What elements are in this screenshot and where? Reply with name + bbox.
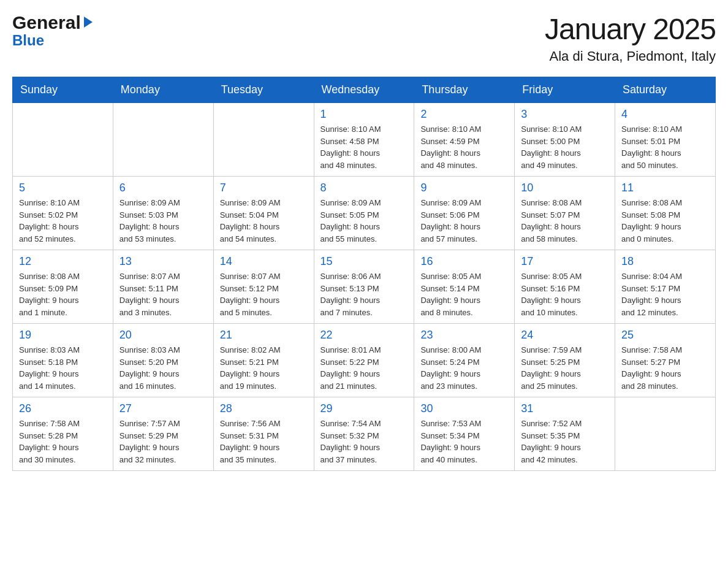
day-info: Sunrise: 8:10 AM Sunset: 4:58 PM Dayligh… [320,123,408,171]
day-number: 28 [220,402,308,415]
day-info: Sunrise: 8:09 AM Sunset: 5:05 PM Dayligh… [320,197,408,245]
day-number: 21 [220,329,308,342]
day-info: Sunrise: 8:05 AM Sunset: 5:14 PM Dayligh… [420,270,508,318]
calendar-header-saturday: Saturday [615,77,716,103]
day-info: Sunrise: 8:08 AM Sunset: 5:09 PM Dayligh… [19,270,107,318]
page-header: General Blue January 2025 Ala di Stura, … [12,12,716,64]
day-number: 7 [220,182,308,194]
calendar-cell: 20Sunrise: 8:03 AM Sunset: 5:20 PM Dayli… [113,324,213,397]
day-number: 30 [420,402,508,415]
day-number: 29 [320,402,408,415]
calendar-cell [113,103,213,177]
calendar-cell: 5Sunrise: 8:10 AM Sunset: 5:02 PM Daylig… [13,177,113,250]
calendar-cell: 17Sunrise: 8:05 AM Sunset: 5:16 PM Dayli… [515,250,615,324]
day-info: Sunrise: 7:53 AM Sunset: 5:34 PM Dayligh… [420,418,508,465]
day-info: Sunrise: 8:09 AM Sunset: 5:04 PM Dayligh… [220,197,308,245]
calendar-cell: 3Sunrise: 8:10 AM Sunset: 5:00 PM Daylig… [515,103,615,177]
day-number: 9 [420,182,508,194]
logo-blue-text: Blue [12,32,44,49]
calendar-cell: 2Sunrise: 8:10 AM Sunset: 4:59 PM Daylig… [414,103,515,177]
calendar-header-friday: Friday [515,77,615,103]
day-info: Sunrise: 8:00 AM Sunset: 5:24 PM Dayligh… [420,344,508,392]
day-number: 4 [621,108,709,121]
calendar-cell: 4Sunrise: 8:10 AM Sunset: 5:01 PM Daylig… [615,103,716,177]
calendar-week-row: 19Sunrise: 8:03 AM Sunset: 5:18 PM Dayli… [13,324,716,397]
month-title: January 2025 [545,12,716,46]
day-info: Sunrise: 7:59 AM Sunset: 5:25 PM Dayligh… [521,344,609,392]
calendar-cell: 28Sunrise: 7:56 AM Sunset: 5:31 PM Dayli… [213,397,314,471]
day-info: Sunrise: 8:10 AM Sunset: 4:59 PM Dayligh… [420,123,508,171]
calendar-cell: 30Sunrise: 7:53 AM Sunset: 5:34 PM Dayli… [414,397,515,471]
calendar-cell: 12Sunrise: 8:08 AM Sunset: 5:09 PM Dayli… [13,250,113,324]
day-number: 8 [320,182,408,194]
calendar-cell [615,397,716,471]
calendar-cell: 25Sunrise: 7:58 AM Sunset: 5:27 PM Dayli… [615,324,716,397]
day-info: Sunrise: 8:07 AM Sunset: 5:12 PM Dayligh… [220,270,308,318]
calendar-cell: 31Sunrise: 7:52 AM Sunset: 5:35 PM Dayli… [515,397,615,471]
calendar-cell: 1Sunrise: 8:10 AM Sunset: 4:58 PM Daylig… [314,103,414,177]
calendar-cell: 22Sunrise: 8:01 AM Sunset: 5:22 PM Dayli… [314,324,414,397]
day-info: Sunrise: 8:09 AM Sunset: 5:03 PM Dayligh… [119,197,207,245]
day-number: 20 [119,329,207,342]
day-info: Sunrise: 8:03 AM Sunset: 5:20 PM Dayligh… [119,344,207,392]
title-area: January 2025 Ala di Stura, Piedmont, Ita… [545,12,716,64]
logo: General Blue [12,12,93,49]
day-number: 25 [621,329,709,342]
day-number: 17 [521,255,609,268]
calendar-header-thursday: Thursday [414,77,515,103]
day-number: 5 [19,182,107,194]
calendar-cell: 19Sunrise: 8:03 AM Sunset: 5:18 PM Dayli… [13,324,113,397]
day-info: Sunrise: 7:56 AM Sunset: 5:31 PM Dayligh… [220,418,308,465]
day-number: 15 [320,255,408,268]
calendar-cell: 8Sunrise: 8:09 AM Sunset: 5:05 PM Daylig… [314,177,414,250]
calendar-cell: 23Sunrise: 8:00 AM Sunset: 5:24 PM Dayli… [414,324,515,397]
day-info: Sunrise: 8:03 AM Sunset: 5:18 PM Dayligh… [19,344,107,392]
calendar-table: SundayMondayTuesdayWednesdayThursdayFrid… [12,77,716,471]
calendar-week-row: 5Sunrise: 8:10 AM Sunset: 5:02 PM Daylig… [13,177,716,250]
calendar-cell: 18Sunrise: 8:04 AM Sunset: 5:17 PM Dayli… [615,250,716,324]
day-number: 11 [621,182,709,194]
day-info: Sunrise: 8:10 AM Sunset: 5:02 PM Dayligh… [19,197,107,245]
calendar-cell: 29Sunrise: 7:54 AM Sunset: 5:32 PM Dayli… [314,397,414,471]
day-number: 31 [521,402,609,415]
day-number: 24 [521,329,609,342]
day-info: Sunrise: 8:06 AM Sunset: 5:13 PM Dayligh… [320,270,408,318]
calendar-cell: 14Sunrise: 8:07 AM Sunset: 5:12 PM Dayli… [213,250,314,324]
day-number: 22 [320,329,408,342]
calendar-header-wednesday: Wednesday [314,77,414,103]
calendar-week-row: 12Sunrise: 8:08 AM Sunset: 5:09 PM Dayli… [13,250,716,324]
day-info: Sunrise: 7:58 AM Sunset: 5:27 PM Dayligh… [621,344,709,392]
calendar-cell [13,103,113,177]
day-number: 27 [119,402,207,415]
day-number: 18 [621,255,709,268]
calendar-cell: 24Sunrise: 7:59 AM Sunset: 5:25 PM Dayli… [515,324,615,397]
day-number: 19 [19,329,107,342]
calendar-cell: 11Sunrise: 8:08 AM Sunset: 5:08 PM Dayli… [615,177,716,250]
day-number: 14 [220,255,308,268]
day-number: 3 [521,108,609,121]
day-number: 2 [420,108,508,121]
day-info: Sunrise: 8:05 AM Sunset: 5:16 PM Dayligh… [521,270,609,318]
calendar-cell: 16Sunrise: 8:05 AM Sunset: 5:14 PM Dayli… [414,250,515,324]
calendar-cell: 13Sunrise: 8:07 AM Sunset: 5:11 PM Dayli… [113,250,213,324]
day-info: Sunrise: 7:54 AM Sunset: 5:32 PM Dayligh… [320,418,408,465]
logo-general-text: General [12,12,81,33]
calendar-cell: 9Sunrise: 8:09 AM Sunset: 5:06 PM Daylig… [414,177,515,250]
logo-arrow-icon [84,17,93,28]
day-info: Sunrise: 8:10 AM Sunset: 5:01 PM Dayligh… [621,123,709,171]
day-info: Sunrise: 7:58 AM Sunset: 5:28 PM Dayligh… [19,418,107,465]
calendar-header-monday: Monday [113,77,213,103]
day-info: Sunrise: 8:01 AM Sunset: 5:22 PM Dayligh… [320,344,408,392]
calendar-week-row: 1Sunrise: 8:10 AM Sunset: 4:58 PM Daylig… [13,103,716,177]
day-info: Sunrise: 8:09 AM Sunset: 5:06 PM Dayligh… [420,197,508,245]
day-number: 6 [119,182,207,194]
day-number: 16 [420,255,508,268]
day-number: 12 [19,255,107,268]
location-subtitle: Ala di Stura, Piedmont, Italy [545,48,716,64]
day-info: Sunrise: 8:02 AM Sunset: 5:21 PM Dayligh… [220,344,308,392]
day-number: 10 [521,182,609,194]
calendar-cell: 27Sunrise: 7:57 AM Sunset: 5:29 PM Dayli… [113,397,213,471]
calendar-cell: 26Sunrise: 7:58 AM Sunset: 5:28 PM Dayli… [13,397,113,471]
day-info: Sunrise: 8:10 AM Sunset: 5:00 PM Dayligh… [521,123,609,171]
calendar-cell [213,103,314,177]
